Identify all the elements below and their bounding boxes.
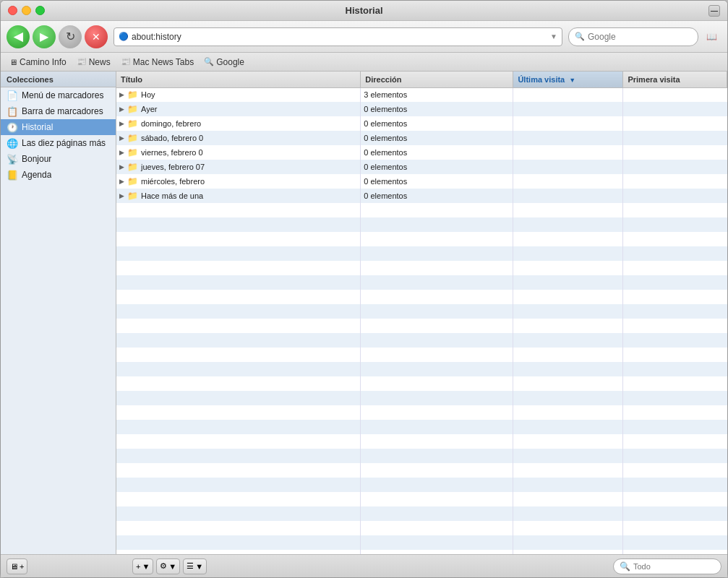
cell-empty bbox=[361, 304, 513, 319]
minimize-button[interactable] bbox=[22, 6, 31, 15]
table-row[interactable]: ▶📁viernes, febrero 00 elementos bbox=[116, 145, 727, 160]
table-row[interactable] bbox=[116, 376, 727, 391]
cell-empty bbox=[513, 348, 623, 362]
stop-button[interactable]: ✕ bbox=[85, 25, 108, 48]
col-header-address[interactable]: Dirección bbox=[361, 72, 513, 87]
add-item-button[interactable]: + ▼ bbox=[132, 558, 153, 574]
table-row[interactable] bbox=[116, 463, 727, 478]
cell-empty bbox=[623, 290, 727, 304]
close-button[interactable] bbox=[8, 6, 17, 15]
expand-arrow-icon[interactable]: ▶ bbox=[119, 134, 124, 142]
table-row[interactable] bbox=[116, 391, 727, 405]
table-row[interactable]: ▶📁domingo, febrero0 elementos bbox=[116, 116, 727, 131]
reload-button[interactable]: ↻ bbox=[59, 25, 82, 48]
cell-empty bbox=[361, 290, 513, 304]
sidebar-item-diez-paginas[interactable]: 🌐 Las diez páginas más bbox=[1, 135, 116, 151]
bookmarks-button[interactable]: 📖 bbox=[701, 27, 721, 47]
table-row[interactable] bbox=[116, 333, 727, 348]
url-input[interactable] bbox=[132, 32, 547, 42]
cell-empty bbox=[361, 521, 513, 535]
bottom-search-bar[interactable]: 🔍 bbox=[613, 558, 721, 574]
settings-button[interactable]: ⚙ ▼ bbox=[156, 558, 180, 574]
table-row[interactable] bbox=[116, 275, 727, 290]
table-row[interactable] bbox=[116, 319, 727, 333]
cell-empty bbox=[513, 304, 623, 319]
table-row[interactable]: ▶📁Ayer0 elementos bbox=[116, 102, 727, 116]
bookmark-item-news[interactable]: 📰 News bbox=[74, 56, 114, 69]
table-row[interactable] bbox=[116, 506, 727, 521]
list-view-button[interactable]: ☰ ▼ bbox=[183, 558, 207, 574]
table-row[interactable]: ▶📁miércoles, febrero0 elementos bbox=[116, 174, 727, 189]
sidebar-item-barra-marcadores-label: Barra de marcadores bbox=[22, 106, 103, 116]
search-input[interactable] bbox=[588, 32, 696, 42]
expand-arrow-icon[interactable]: ▶ bbox=[119, 178, 124, 185]
col-header-title[interactable]: Título bbox=[116, 72, 361, 87]
cell-empty bbox=[513, 246, 623, 261]
table-row[interactable]: ▶📁Hace más de una0 elementos bbox=[116, 189, 727, 203]
forward-button[interactable]: ▶ bbox=[33, 25, 56, 48]
expand-arrow-icon[interactable]: ▶ bbox=[119, 163, 124, 171]
cell-empty bbox=[513, 405, 623, 420]
expand-arrow-icon[interactable]: ▶ bbox=[119, 120, 124, 127]
window-title: Historial bbox=[345, 5, 382, 16]
sidebar-item-agenda[interactable]: 📒 Agenda bbox=[1, 167, 116, 183]
cell-title: ▶📁miércoles, febrero bbox=[116, 174, 361, 189]
table-row[interactable] bbox=[116, 492, 727, 506]
cell-empty bbox=[623, 521, 727, 535]
maximize-button[interactable] bbox=[35, 6, 45, 15]
search-bar[interactable]: 🔍 bbox=[568, 27, 698, 46]
url-dropdown-arrow[interactable]: ▼ bbox=[550, 33, 557, 40]
table-row[interactable] bbox=[116, 348, 727, 362]
bookmark-item-mac-news-tabs[interactable]: 📰 Mac News Tabs bbox=[118, 56, 197, 69]
url-bar[interactable]: 🔵 ▼ bbox=[114, 27, 562, 46]
table-row[interactable]: ▶📁jueves, febrero 070 elementos bbox=[116, 160, 727, 174]
col-header-last-visit[interactable]: Última visita ▼ bbox=[513, 72, 623, 87]
collapse-button[interactable]: — bbox=[708, 5, 720, 17]
sidebar-item-bonjour[interactable]: 📡 Bonjour bbox=[1, 151, 116, 167]
cell-empty bbox=[513, 319, 623, 333]
table-row[interactable] bbox=[116, 449, 727, 463]
expand-arrow-icon[interactable]: ▶ bbox=[119, 149, 124, 156]
table-row[interactable] bbox=[116, 420, 727, 434]
table-row[interactable] bbox=[116, 535, 727, 550]
cell-empty bbox=[361, 348, 513, 362]
table-row[interactable] bbox=[116, 217, 727, 232]
back-button[interactable]: ◀ bbox=[7, 25, 30, 48]
table-row[interactable] bbox=[116, 246, 727, 261]
table-row[interactable] bbox=[116, 405, 727, 420]
cell-empty bbox=[513, 535, 623, 550]
table-row[interactable] bbox=[116, 203, 727, 217]
sidebar-item-menu-marcadores[interactable]: 📄 Menú de marcadores bbox=[1, 87, 116, 103]
table-row[interactable] bbox=[116, 434, 727, 449]
history-table[interactable]: Título Dirección Última visita ▼ Primera… bbox=[116, 72, 727, 554]
cell-address: 0 elementos bbox=[361, 145, 513, 160]
cell-empty bbox=[116, 362, 361, 376]
expand-arrow-icon[interactable]: ▶ bbox=[119, 91, 124, 98]
table-row[interactable]: ▶📁sábado, febrero 00 elementos bbox=[116, 131, 727, 145]
bottom-search-input[interactable] bbox=[633, 562, 715, 571]
folder-icon: 📁 bbox=[127, 133, 138, 143]
table-row[interactable] bbox=[116, 232, 727, 246]
sidebar-item-historial[interactable]: 🕐 Historial bbox=[1, 119, 116, 135]
table-row[interactable] bbox=[116, 521, 727, 535]
add-collection-button[interactable]: 🖥 + bbox=[7, 558, 27, 574]
cell-empty bbox=[513, 434, 623, 449]
table-row[interactable] bbox=[116, 478, 727, 492]
bookmark-item-camino-info[interactable]: 🖥 Camino Info bbox=[7, 56, 69, 69]
cell-empty bbox=[116, 463, 361, 478]
sidebar-item-barra-marcadores[interactable]: 📋 Barra de marcadores bbox=[1, 103, 116, 119]
table-row[interactable] bbox=[116, 261, 727, 275]
expand-arrow-icon[interactable]: ▶ bbox=[119, 105, 124, 113]
cell-empty bbox=[116, 492, 361, 506]
table-row[interactable] bbox=[116, 362, 727, 376]
expand-arrow-icon[interactable]: ▶ bbox=[119, 192, 124, 199]
table-row[interactable] bbox=[116, 290, 727, 304]
bookmarks-bar: 🖥 Camino Info 📰 News 📰 Mac News Tabs 🔍 G… bbox=[1, 53, 727, 72]
cell-empty bbox=[513, 449, 623, 463]
table-row[interactable]: ▶📁Hoy3 elementos bbox=[116, 87, 727, 102]
cell-empty bbox=[513, 506, 623, 521]
table-row[interactable] bbox=[116, 304, 727, 319]
bookmark-item-google[interactable]: 🔍 Google bbox=[201, 56, 247, 69]
cell-last-visit bbox=[513, 131, 623, 145]
col-header-first-visit[interactable]: Primera visita bbox=[623, 72, 727, 87]
